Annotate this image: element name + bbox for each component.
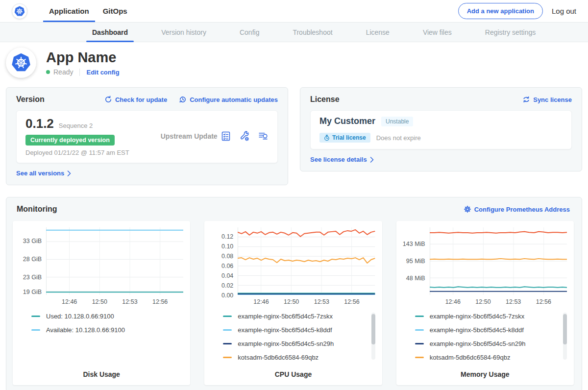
- legend-item: example-nginx-5bc6f5d4c5-k8ddf: [415, 326, 556, 334]
- y-tick-label: 0.02: [221, 282, 233, 289]
- version-section: Version Check for update: [6, 87, 288, 185]
- topnav-tabs: ApplicationGitOps: [42, 0, 134, 22]
- series-line-unlabeled: [430, 232, 567, 233]
- gear-icon: [464, 205, 471, 213]
- legend-color-dash: [223, 329, 232, 331]
- tab-view-files[interactable]: View files: [417, 23, 458, 42]
- legend-color-dash: [223, 343, 232, 344]
- chart-legend: example-nginx-5bc6f5d4c5-7zskxexample-ng…: [223, 313, 377, 367]
- x-tick-label: 12:56: [344, 298, 359, 305]
- deployed-status-badge: Currently deployed version: [25, 135, 115, 146]
- tab-dashboard[interactable]: Dashboard: [86, 23, 134, 42]
- disk-usage-card: 19 GiB23 GiB28 GiB33 GiB12:4612:5012:531…: [13, 221, 190, 385]
- x-tick-label: 12:50: [284, 298, 299, 305]
- see-license-details-link[interactable]: See license details: [310, 156, 374, 163]
- y-tick-label: 48 MiB: [406, 275, 425, 282]
- y-tick-label: 95 MiB: [406, 258, 425, 265]
- series-line-example-nginx-5bc6f5d4c5-7zskx: [430, 287, 567, 287]
- config-wrench-icon[interactable]: [239, 131, 250, 142]
- sync-icon: [522, 96, 530, 103]
- x-tick-label: 12:46: [445, 298, 461, 305]
- series-line-kotsadm-5db6dc6584-69qbz: [238, 258, 375, 263]
- topnav-tab-application[interactable]: Application: [42, 0, 96, 22]
- chevron-right-icon: [370, 157, 374, 163]
- top-navbar: ApplicationGitOps Add a new application …: [0, 0, 588, 22]
- legend-color-dash: [31, 316, 40, 317]
- customer-name: My Customer: [319, 116, 375, 126]
- legend-label: Available: 10.128.0.66:9100: [46, 326, 125, 334]
- license-section-title: License: [310, 95, 340, 104]
- legend-color-dash: [31, 329, 40, 331]
- check-for-update-link[interactable]: Check for update: [104, 96, 167, 103]
- charts-row: 19 GiB23 GiB28 GiB33 GiB12:4612:5012:531…: [13, 221, 574, 385]
- cpu-usage-card: 0.000.020.040.060.080.100.1212:4612:5012…: [204, 221, 382, 385]
- version-number: 0.1.2: [25, 116, 54, 131]
- status-dot: [46, 70, 50, 74]
- logout-button[interactable]: Log out: [552, 7, 576, 15]
- main-content: Version Check for update: [0, 83, 588, 390]
- chart-title: Memory Usage: [401, 367, 569, 378]
- y-tick-label: 0.00: [221, 292, 233, 299]
- x-tick-label: 12:46: [253, 298, 269, 305]
- license-section: License Sync license My Custo: [300, 87, 582, 171]
- legend-scrollbar[interactable]: [563, 313, 567, 360]
- preflight-checklist-icon[interactable]: [220, 131, 231, 142]
- series-line-kotsadm-5db6dc6584-69qbz: [430, 259, 567, 259]
- edit-config-link[interactable]: Edit config: [86, 69, 119, 76]
- chevron-right-icon: [67, 171, 71, 176]
- page-title: App Name: [46, 49, 120, 66]
- y-tick-label: 143 MiB: [403, 241, 425, 247]
- legend-color-dash: [415, 329, 424, 331]
- legend-item: example-nginx-5bc6f5d4c5-7zskx: [223, 313, 364, 320]
- kubernetes-logo: [12, 3, 27, 19]
- update-schedule-icon: [179, 96, 187, 103]
- y-tick-label: 33 GiB: [23, 238, 42, 244]
- x-tick-label: 12:50: [475, 298, 490, 305]
- legend-scrollbar-thumb[interactable]: [371, 314, 375, 344]
- deployed-timestamp: Deployed 01/21/22 @ 11:57 am EST: [25, 149, 129, 156]
- sync-license-link[interactable]: Sync license: [522, 96, 572, 103]
- legend-label: example-nginx-5bc6f5d4c5-k8ddf: [238, 326, 332, 334]
- configure-prometheus-link[interactable]: Configure Prometheus Address: [464, 205, 570, 213]
- tab-license[interactable]: License: [360, 23, 395, 42]
- add-application-button[interactable]: Add a new application: [458, 3, 543, 19]
- view-logs-icon[interactable]: [258, 131, 269, 142]
- version-section-title: Version: [16, 95, 45, 104]
- tab-troubleshoot[interactable]: Troubleshoot: [287, 23, 338, 42]
- chart-title: CPU Usage: [209, 367, 377, 378]
- x-tick-label: 12:53: [506, 298, 521, 305]
- chart-legend: Used: 10.128.0.66:9100Available: 10.128.…: [31, 313, 185, 366]
- legend-label: example-nginx-5bc6f5d4c5-sn29h: [238, 340, 334, 347]
- legend-color-dash: [223, 316, 232, 317]
- sequence-label: Sequence 2: [59, 122, 93, 129]
- x-tick-label: 12:50: [92, 298, 107, 305]
- y-axis: 0.000.020.040.060.080.100.12: [209, 227, 238, 295]
- app-avatar: [6, 48, 36, 78]
- divider: [79, 69, 80, 76]
- refresh-icon: [104, 96, 112, 103]
- y-axis: 48 MiB95 MiB143 MiB: [401, 227, 430, 295]
- chart-title: Disk Usage: [18, 367, 185, 378]
- y-tick-label: 28 GiB: [23, 256, 42, 263]
- x-tick-label: 12:53: [122, 298, 137, 305]
- topnav-tab-gitops[interactable]: GitOps: [96, 0, 134, 22]
- y-tick-label: 0.06: [221, 263, 233, 269]
- legend-color-dash: [415, 357, 424, 358]
- chart-plot: [46, 227, 183, 295]
- legend-scrollbar[interactable]: [371, 313, 375, 360]
- configure-automatic-updates-link[interactable]: Configure automatic updates: [179, 96, 278, 103]
- legend-item: Used: 10.128.0.66:9100: [31, 313, 172, 320]
- chart-legend: example-nginx-5bc6f5d4c5-7zskxexample-ng…: [415, 313, 569, 367]
- chart-plot: [430, 227, 567, 295]
- legend-color-dash: [415, 316, 424, 317]
- monitoring-title: Monitoring: [17, 205, 57, 214]
- tab-config[interactable]: Config: [234, 23, 265, 42]
- legend-color-dash: [223, 357, 232, 358]
- x-axis: 12:4612:5012:5312:56: [238, 295, 375, 307]
- tab-version-history[interactable]: Version history: [155, 23, 212, 42]
- legend-item: kotsadm-5db6dc6584-69qbz: [223, 354, 364, 361]
- tab-registry-settings[interactable]: Registry settings: [479, 23, 541, 42]
- see-all-versions-link[interactable]: See all versions: [16, 170, 71, 177]
- legend-label: example-nginx-5bc6f5d4c5-sn29h: [430, 340, 526, 347]
- legend-scrollbar-thumb[interactable]: [563, 314, 567, 344]
